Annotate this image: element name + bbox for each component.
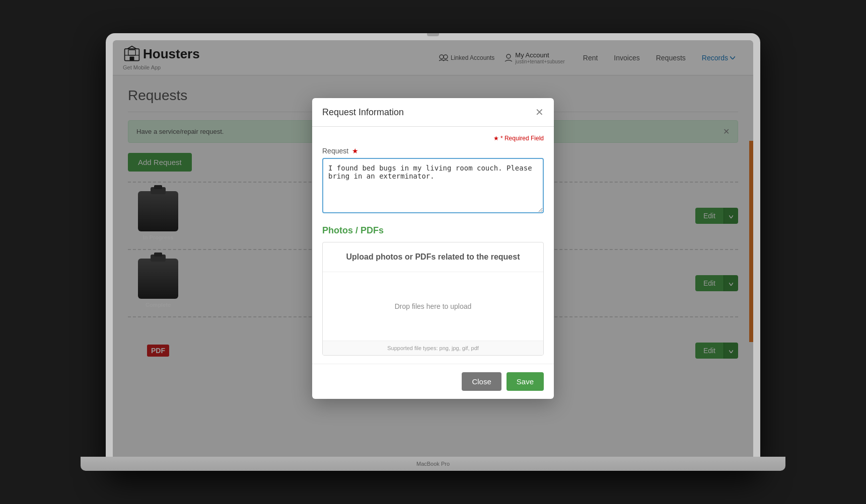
modal-close-button[interactable]: ✕ (535, 106, 544, 118)
notch (427, 33, 439, 36)
screen: Housters Get Mobile App Linked Accounts (113, 40, 753, 457)
modal-body: ★ * Required Field Request ★ I found bed… (312, 127, 554, 364)
modal-footer: Close Save (312, 364, 554, 399)
required-star: ★ (352, 147, 358, 155)
modal-title: Request Information (322, 107, 404, 118)
modal: Request Information ✕ ★ * Required Field… (312, 98, 554, 399)
upload-zone[interactable]: Upload photos or PDFs related to the req… (322, 242, 544, 356)
modal-header: Request Information ✕ (312, 98, 554, 127)
upload-footer: Supported file types: png, jpg, gif, pdf (323, 341, 543, 355)
request-textarea[interactable]: I found bed bugs in my living room couch… (322, 158, 544, 213)
macbook-frame: Housters Get Mobile App Linked Accounts (106, 33, 760, 471)
upload-drop-text: Drop files here to upload (395, 302, 472, 310)
required-note: ★ * Required Field (322, 135, 544, 142)
upload-drop-area[interactable]: Drop files here to upload (323, 272, 543, 341)
app-container: Housters Get Mobile App Linked Accounts (113, 40, 753, 457)
macbook-bottom: MacBook Pro (81, 457, 785, 471)
modal-overlay: Request Information ✕ ★ * Required Field… (113, 40, 753, 457)
save-button[interactable]: Save (507, 372, 544, 391)
macbook-label: MacBook Pro (416, 461, 450, 467)
request-label: Request ★ (322, 147, 544, 155)
photos-section-title: Photos / PDFs (322, 225, 544, 236)
close-button[interactable]: Close (462, 372, 501, 391)
upload-header: Upload photos or PDFs related to the req… (323, 242, 543, 272)
